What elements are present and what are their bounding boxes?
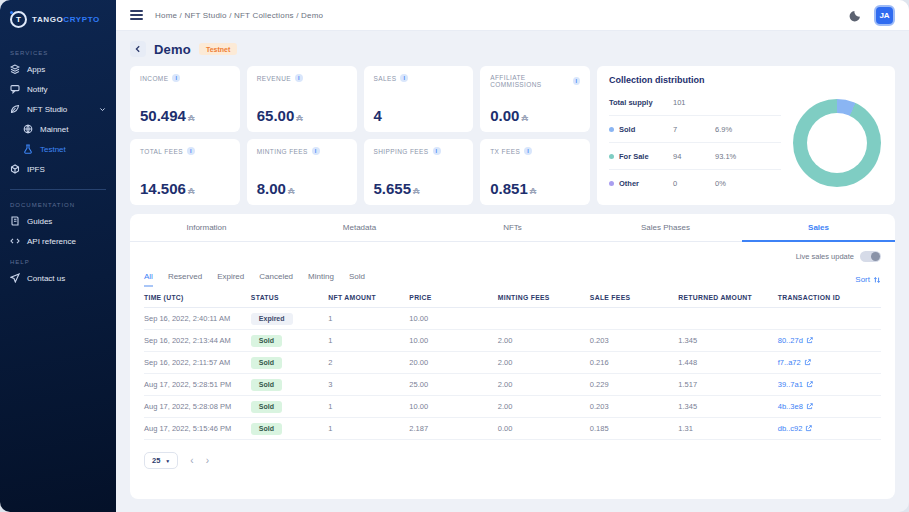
ada-symbol: ₳ xyxy=(413,186,420,196)
stat-label: INCOME xyxy=(140,75,168,82)
sidebar-item-label: IPFS xyxy=(27,165,45,174)
code-icon xyxy=(10,236,20,246)
dark-mode-moon-icon[interactable] xyxy=(849,9,862,22)
tab-information[interactable]: Information xyxy=(130,214,283,242)
live-sales-toggle[interactable] xyxy=(860,251,881,262)
sidebar-item-label: API reference xyxy=(27,237,76,246)
transaction-link[interactable]: f7..a72 xyxy=(778,358,811,367)
external-link-icon xyxy=(806,403,813,410)
other-dot xyxy=(609,181,614,186)
tab-metadata[interactable]: Metadata xyxy=(283,214,436,242)
sidebar: T TANGOCRYPTO SERVICES Apps Notify NFT S… xyxy=(0,0,116,512)
sidebar-item-label: Testnet xyxy=(40,145,66,154)
stat-label: MINTING FEES xyxy=(257,148,308,155)
info-icon[interactable]: i xyxy=(433,147,441,155)
info-icon[interactable]: i xyxy=(312,147,320,155)
stat-label: SHIPPING FEES xyxy=(374,148,429,155)
sidebar-item-guides[interactable]: Guides xyxy=(8,211,108,231)
globe-icon xyxy=(23,124,33,134)
sidebar-item-testnet[interactable]: Testnet xyxy=(8,139,108,159)
sidebar-item-label: NFT Studio xyxy=(27,105,67,114)
scroll-icon xyxy=(10,216,20,226)
live-sales-update-label: Live sales update xyxy=(796,252,854,261)
info-icon[interactable]: i xyxy=(295,74,303,82)
sidebar-item-notify[interactable]: Notify xyxy=(8,79,108,99)
next-page-button[interactable]: › xyxy=(206,455,209,466)
sidebar-item-label: Contact us xyxy=(27,274,65,283)
filter-minting[interactable]: Minting xyxy=(308,272,334,287)
chevron-down-icon xyxy=(99,106,106,113)
table-row: Aug 17, 2022, 5:15:46 PM Sold 1 2.187 0.… xyxy=(144,418,881,440)
filter-sold[interactable]: Sold xyxy=(349,272,365,287)
status-badge: Expired xyxy=(251,313,293,325)
stat-value: 8.00₳ xyxy=(257,180,347,197)
stat-card-affiliate-commissions: AFFILIATE COMMISSIONSi 0.00₳ xyxy=(480,66,590,132)
sidebar-item-contact-us[interactable]: Contact us xyxy=(8,268,108,288)
tab-sales-phases[interactable]: Sales Phases xyxy=(589,214,742,242)
sidebar-item-ipfs[interactable]: IPFS xyxy=(8,159,108,179)
section-label-services: SERVICES xyxy=(10,50,108,56)
info-icon[interactable]: i xyxy=(400,74,408,82)
distribution-row-for-sale: For Sale 94 93.1% xyxy=(609,143,781,170)
cube-icon xyxy=(10,164,20,174)
distribution-title: Collection distribution xyxy=(609,75,883,85)
sidebar-item-api-reference[interactable]: API reference xyxy=(8,231,108,251)
stat-value: 0.851₳ xyxy=(490,180,580,197)
transaction-link[interactable]: 80..27d xyxy=(778,336,813,345)
page-title: Demo xyxy=(154,42,191,57)
status-badge: Sold xyxy=(251,335,282,347)
info-icon[interactable]: i xyxy=(573,77,580,85)
stat-card-minting-fees: MINTING FEESi 8.00₳ xyxy=(247,139,357,205)
tab-sales[interactable]: Sales xyxy=(742,214,895,242)
filter-canceled[interactable]: Canceled xyxy=(259,272,293,287)
filter-all[interactable]: All xyxy=(144,272,153,287)
page-content: Demo Testnet INCOMEi 50.494₳ REVENUEi 65… xyxy=(116,31,909,512)
sidebar-item-label: Notify xyxy=(27,85,47,94)
back-button[interactable] xyxy=(130,41,146,57)
tab-bar: Information Metadata NFTs Sales Phases S… xyxy=(130,214,895,242)
sidebar-item-label: Guides xyxy=(27,217,52,226)
hamburger-menu-icon[interactable] xyxy=(130,10,143,20)
stat-card-revenue: REVENUEi 65.00₳ xyxy=(247,66,357,132)
filter-expired[interactable]: Expired xyxy=(217,272,244,287)
stat-value: 14.506₳ xyxy=(140,180,230,197)
tangocrypto-logo-icon: T xyxy=(10,11,27,28)
app-window: T TANGOCRYPTO SERVICES Apps Notify NFT S… xyxy=(0,0,909,512)
tab-nfts[interactable]: NFTs xyxy=(436,214,589,242)
stat-label: AFFILIATE COMMISSIONS xyxy=(490,74,569,88)
stat-label: TOTAL FEES xyxy=(140,148,183,155)
external-link-icon xyxy=(804,359,811,366)
table-row: Sep 16, 2022, 2:40:11 AM Expired 1 10.00 xyxy=(144,308,881,330)
transaction-link[interactable]: db..c92 xyxy=(778,424,813,433)
page-size-select[interactable]: 25 ▼ xyxy=(144,452,178,469)
filter-reserved[interactable]: Reserved xyxy=(168,272,202,287)
distribution-row-sold: Sold 7 6.9% xyxy=(609,116,781,143)
status-badge: Sold xyxy=(251,379,282,391)
stat-label: REVENUE xyxy=(257,75,291,82)
stat-label: TX FEES xyxy=(490,148,520,155)
sort-button[interactable]: Sort xyxy=(855,275,881,284)
external-link-icon xyxy=(806,337,813,344)
table-row: Sep 16, 2022, 2:13:44 AM Sold 1 10.00 2.… xyxy=(144,330,881,352)
user-avatar[interactable]: JA xyxy=(874,5,895,26)
table-row: Aug 17, 2022, 5:28:08 PM Sold 1 10.00 2.… xyxy=(144,396,881,418)
stat-card-total-fees: TOTAL FEESi 14.506₳ xyxy=(130,139,240,205)
ada-symbol: ₳ xyxy=(188,186,195,196)
transaction-link[interactable]: 39..7a1 xyxy=(778,380,813,389)
breadcrumb[interactable]: Home / NFT Studio / NFT Collections / De… xyxy=(155,11,323,20)
pagination: 25 ▼ ‹ › xyxy=(144,440,881,471)
collection-distribution-card: Collection distribution Total supply 101… xyxy=(597,66,895,205)
sidebar-item-apps[interactable]: Apps xyxy=(8,59,108,79)
sidebar-item-mainnet[interactable]: Mainnet xyxy=(8,119,108,139)
prev-page-button[interactable]: ‹ xyxy=(190,455,193,466)
brand-logo[interactable]: T TANGOCRYPTO xyxy=(10,11,108,28)
stat-card-shipping-fees: SHIPPING FEESi 5.655₳ xyxy=(364,139,474,205)
transaction-link[interactable]: 4b..3e8 xyxy=(778,402,813,411)
info-icon[interactable]: i xyxy=(172,74,180,82)
info-icon[interactable]: i xyxy=(524,147,532,155)
sidebar-item-nft-studio[interactable]: NFT Studio xyxy=(8,99,108,119)
ada-symbol: ₳ xyxy=(530,186,537,196)
table-row: Sep 16, 2022, 2:11:57 AM Sold 2 20.00 2.… xyxy=(144,352,881,374)
stat-card-sales: SALESi 4 xyxy=(364,66,474,132)
info-icon[interactable]: i xyxy=(187,147,195,155)
